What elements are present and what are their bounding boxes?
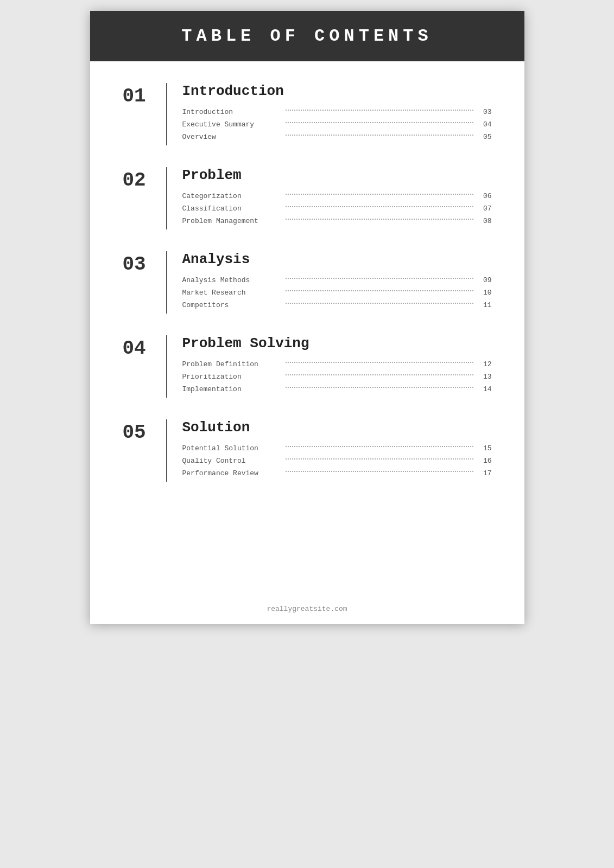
toc-label-1-2: Problem Management: [182, 217, 280, 225]
header: TABLE OF CONTENTS: [90, 11, 524, 61]
toc-label-1-0: Categorization: [182, 192, 280, 200]
toc-entry-0-0: Introduction03: [182, 108, 492, 116]
section-title-3: Problem Solving: [182, 335, 492, 352]
toc-entry-4-0: Potential Solution15: [182, 444, 492, 452]
toc-dots-2-1: [286, 290, 473, 291]
toc-label-0-1: Executive Summary: [182, 120, 280, 129]
section-number-1: 02: [123, 167, 166, 229]
toc-dots-1-1: [286, 206, 473, 207]
section-body-3: Problem SolvingProblem Definition12Prior…: [182, 335, 492, 398]
toc-page-2-1: 10: [479, 289, 492, 297]
page: TABLE OF CONTENTS 01IntroductionIntroduc…: [90, 11, 524, 624]
section-03: 03AnalysisAnalysis Methods09Market Resea…: [123, 251, 492, 314]
toc-page-3-1: 13: [479, 373, 492, 381]
toc-label-3-0: Problem Definition: [182, 360, 280, 368]
section-body-2: AnalysisAnalysis Methods09Market Researc…: [182, 251, 492, 314]
toc-page-3-2: 14: [479, 385, 492, 393]
section-divider-2: [166, 251, 167, 314]
section-05: 05SolutionPotential Solution15Quality Co…: [123, 419, 492, 482]
toc-entry-3-1: Prioritization13: [182, 373, 492, 381]
toc-page-4-0: 15: [479, 444, 492, 452]
footer: reallygreatsite.com: [90, 594, 524, 624]
toc-dots-0-0: [286, 110, 473, 111]
toc-entry-1-2: Problem Management08: [182, 217, 492, 225]
toc-label-2-2: Competitors: [182, 301, 280, 309]
toc-page-4-1: 16: [479, 457, 492, 465]
section-number-4: 05: [123, 419, 166, 482]
toc-page-0-2: 05: [479, 133, 492, 141]
toc-dots-4-1: [286, 458, 473, 459]
toc-dots-1-2: [286, 219, 473, 220]
section-title-4: Solution: [182, 419, 492, 436]
toc-dots-1-0: [286, 194, 473, 195]
section-01: 01IntroductionIntroduction03Executive Su…: [123, 83, 492, 145]
toc-label-4-2: Performance Review: [182, 469, 280, 477]
section-divider-0: [166, 83, 167, 145]
toc-page-2-2: 11: [479, 301, 492, 309]
toc-dots-3-0: [286, 362, 473, 363]
toc-label-0-0: Introduction: [182, 108, 280, 116]
toc-label-2-0: Analysis Methods: [182, 276, 280, 284]
toc-label-1-1: Classification: [182, 205, 280, 213]
toc-label-2-1: Market Research: [182, 289, 280, 297]
toc-page-1-1: 07: [479, 205, 492, 213]
toc-page-3-0: 12: [479, 360, 492, 368]
toc-label-4-1: Quality Control: [182, 457, 280, 465]
section-title-1: Problem: [182, 167, 492, 183]
toc-dots-4-0: [286, 446, 473, 447]
toc-entry-0-2: Overview05: [182, 133, 492, 141]
toc-content: 01IntroductionIntroduction03Executive Su…: [90, 61, 524, 594]
toc-page-4-2: 17: [479, 469, 492, 477]
toc-entry-1-1: Classification07: [182, 205, 492, 213]
toc-entry-2-1: Market Research10: [182, 289, 492, 297]
section-body-4: SolutionPotential Solution15Quality Cont…: [182, 419, 492, 482]
toc-dots-0-1: [286, 122, 473, 123]
toc-label-0-2: Overview: [182, 133, 280, 141]
toc-dots-0-2: [286, 135, 473, 136]
section-02: 02ProblemCategorization06Classification0…: [123, 167, 492, 229]
toc-dots-2-2: [286, 303, 473, 304]
section-title-0: Introduction: [182, 83, 492, 99]
toc-entry-1-0: Categorization06: [182, 192, 492, 200]
toc-page-0-0: 03: [479, 108, 492, 116]
toc-entry-0-1: Executive Summary04: [182, 120, 492, 129]
page-title: TABLE OF CONTENTS: [112, 26, 503, 46]
footer-text: reallygreatsite.com: [267, 605, 347, 613]
section-number-0: 01: [123, 83, 166, 145]
section-title-2: Analysis: [182, 251, 492, 267]
toc-label-3-2: Implementation: [182, 385, 280, 393]
toc-label-4-0: Potential Solution: [182, 444, 280, 452]
section-04: 04Problem SolvingProblem Definition12Pri…: [123, 335, 492, 398]
toc-entry-4-1: Quality Control16: [182, 457, 492, 465]
toc-page-2-0: 09: [479, 276, 492, 284]
section-divider-4: [166, 419, 167, 482]
toc-page-1-0: 06: [479, 192, 492, 200]
toc-page-1-2: 08: [479, 217, 492, 225]
section-number-3: 04: [123, 335, 166, 398]
toc-dots-2-0: [286, 278, 473, 279]
toc-page-0-1: 04: [479, 120, 492, 129]
toc-label-3-1: Prioritization: [182, 373, 280, 381]
section-body-0: IntroductionIntroduction03Executive Summ…: [182, 83, 492, 145]
toc-dots-4-2: [286, 471, 473, 472]
section-body-1: ProblemCategorization06Classification07P…: [182, 167, 492, 229]
toc-entry-3-0: Problem Definition12: [182, 360, 492, 368]
toc-dots-3-2: [286, 387, 473, 388]
toc-entry-4-2: Performance Review17: [182, 469, 492, 477]
section-divider-1: [166, 167, 167, 229]
section-divider-3: [166, 335, 167, 398]
section-number-2: 03: [123, 251, 166, 314]
toc-dots-3-1: [286, 374, 473, 375]
toc-entry-3-2: Implementation14: [182, 385, 492, 393]
toc-entry-2-2: Competitors11: [182, 301, 492, 309]
toc-entry-2-0: Analysis Methods09: [182, 276, 492, 284]
